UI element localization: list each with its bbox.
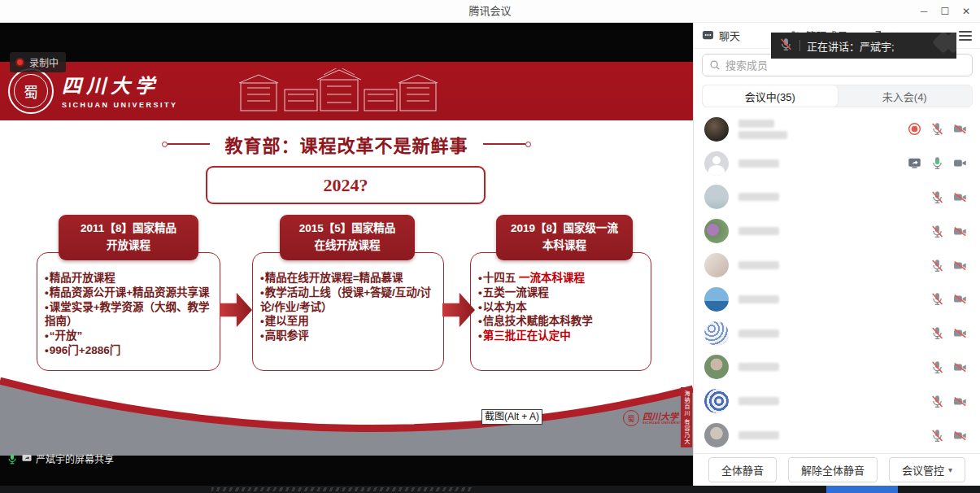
camera-toggle[interactable] (953, 156, 967, 170)
camera-on-icon (953, 156, 967, 170)
mic-toggle[interactable] (930, 190, 944, 204)
member-row[interactable] (694, 248, 980, 282)
member-name-redacted (738, 261, 908, 269)
meeting-controls-button[interactable]: 会议管控 ▾ (889, 457, 965, 482)
minimize-button[interactable]: ─ (913, 0, 934, 23)
mic-toggle[interactable] (930, 360, 944, 374)
member-name-redacted (738, 329, 908, 338)
mic-muted-icon (930, 259, 944, 273)
maximize-button[interactable]: ☐ (934, 0, 956, 23)
title-bar: 腾讯会议 ─ ☐ ✕ (0, 0, 980, 23)
member-row[interactable] (694, 181, 980, 215)
mic-toggle[interactable] (930, 122, 944, 136)
search-input[interactable] (725, 59, 965, 72)
taskbar-texture (211, 487, 472, 491)
member-row[interactable] (694, 351, 980, 385)
stage-header-2015: 2015【5】国家精品在线开放课程 (280, 215, 415, 260)
camera-toggle[interactable] (953, 259, 967, 273)
camera-toggle[interactable] (953, 292, 967, 306)
status-badge (908, 122, 921, 136)
camera-toggle[interactable] (953, 122, 967, 136)
status-badge (908, 292, 921, 306)
close-button[interactable]: ✕ (956, 0, 977, 23)
screenshot-tooltip: 截图(Alt + A) (481, 409, 542, 425)
mic-toggle[interactable] (930, 259, 944, 273)
stage-2011-bullets: 精品开放课程精品资源公开课+精品资源共享课课堂实录+教学资源（大纲、教学指南）“… (45, 271, 213, 358)
mic-toggle[interactable] (930, 429, 944, 443)
scu-seal-icon: 蜀 (623, 410, 639, 426)
camera-toggle[interactable] (953, 225, 967, 238)
avatar (704, 423, 729, 447)
member-row[interactable] (694, 316, 980, 351)
camera-toggle[interactable] (953, 326, 967, 340)
members-panel: 聊天 管理成员 (693, 23, 980, 486)
avatar (704, 355, 729, 379)
member-tabs: 会议中(35) 未入会(4) (702, 85, 973, 107)
mic-toggle[interactable] (930, 326, 944, 340)
member-row[interactable] (694, 112, 980, 146)
mic-toggle[interactable] (930, 225, 944, 238)
camera-muted-icon (953, 259, 967, 273)
panel-footer: 全体静音 解除全体静音 会议管控 ▾ (694, 453, 980, 486)
mic-muted-icon (930, 360, 944, 374)
status-badge (908, 429, 921, 443)
footer-university-logo: 蜀 四川大学 SICHUAN UNIVERSITY (623, 410, 685, 426)
avatar (704, 151, 729, 176)
status-badge (908, 259, 921, 273)
tab-not-joined[interactable]: 未入会(4) (838, 85, 973, 107)
mic-muted-icon (930, 326, 944, 340)
camera-muted-icon (953, 122, 967, 136)
title-decoration-left (162, 142, 210, 147)
meeting-logo-watermark (942, 34, 956, 50)
avatar (704, 287, 729, 312)
share-status-text: 严斌宇的屏幕共享 (36, 452, 114, 465)
shared-screen-area: 蜀 四川大学 SICHUAN UNIVERSITY (0, 23, 693, 486)
camera-toggle[interactable] (953, 190, 967, 204)
window-controls: ─ ☐ ✕ (913, 0, 977, 23)
sichuan-university-logo: 蜀 (8, 68, 54, 114)
camera-muted-icon (953, 360, 967, 374)
university-name: 四川大学 SICHUAN UNIVERSITY (62, 70, 178, 109)
presentation-slide: 蜀 四川大学 SICHUAN UNIVERSITY (0, 62, 693, 456)
mic-toggle[interactable] (930, 156, 944, 170)
avatar (704, 321, 729, 346)
camera-toggle[interactable] (953, 360, 967, 374)
menu-icon[interactable] (959, 31, 972, 41)
member-name-redacted (738, 193, 908, 201)
recording-icon (908, 122, 921, 136)
camera-muted-icon (953, 225, 967, 238)
title-decoration-right (483, 142, 531, 147)
tencent-meeting-window: 腾讯会议 ─ ☐ ✕ 蜀 四川大学 SICHUAN UNIVERSITY (0, 0, 980, 493)
footer-swoosh (0, 374, 693, 456)
mic-toggle[interactable] (930, 395, 944, 408)
avatar (704, 117, 729, 142)
status-badge (908, 395, 921, 408)
member-row[interactable] (694, 146, 980, 181)
recording-dot-icon (15, 58, 24, 67)
stage-box-2015: 精品在线开放课程=精品慕课教学活动上线（授课+答疑/互动/讨论/作业/考试）建以… (252, 252, 444, 371)
camera-muted-icon (953, 395, 967, 408)
mic-muted-icon (930, 395, 944, 408)
member-row[interactable] (694, 418, 980, 452)
member-row[interactable] (694, 282, 980, 316)
camera-toggle[interactable] (953, 395, 967, 408)
stage-box-2011: 精品开放课程精品资源公开课+精品资源共享课课堂实录+教学资源（大纲、教学指南）“… (37, 252, 220, 371)
member-row[interactable] (694, 384, 980, 418)
taskbar-blue-item (826, 486, 898, 493)
camera-toggle[interactable] (953, 429, 967, 443)
share-status-bar: 严斌宇的屏幕共享 (7, 452, 114, 465)
member-row[interactable] (694, 214, 980, 248)
mic-toggle[interactable] (930, 292, 944, 306)
slide-header-band: 蜀 四川大学 SICHUAN UNIVERSITY (0, 62, 693, 120)
chat-tab[interactable]: 聊天 (702, 28, 740, 43)
stage-header-2011: 2011【8】国家精品开放课程 (59, 215, 198, 260)
unmute-all-button[interactable]: 解除全体静音 (788, 457, 878, 482)
recording-badge: 录制中 (10, 52, 66, 72)
slide-title: 教育部：课程改革不是新鲜事 (224, 131, 468, 157)
mic-on-icon (930, 156, 944, 170)
member-list[interactable] (694, 112, 980, 453)
tab-in-meeting[interactable]: 会议中(35) (703, 85, 838, 107)
mic-muted-icon (930, 429, 944, 443)
mute-all-button[interactable]: 全体静音 (708, 457, 777, 482)
status-badge (908, 360, 921, 374)
